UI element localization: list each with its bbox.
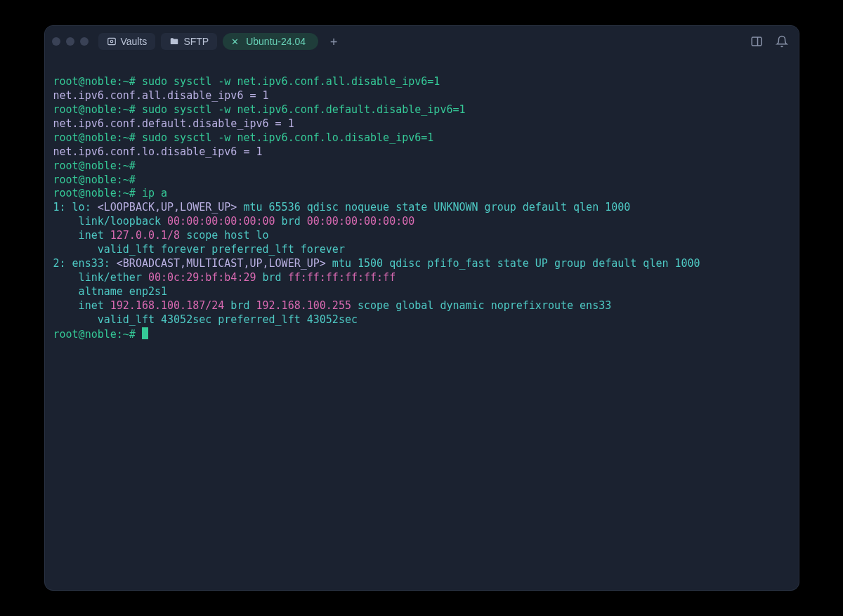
ip-line: mtu 1500 qdisc pfifo_fast state UP group…: [326, 257, 700, 270]
ip-flags: <BROADCAST,MULTICAST,UP,LOWER_UP>: [117, 257, 326, 270]
bell-icon: [776, 35, 788, 48]
prompt: root@noble:~#: [53, 75, 136, 88]
svg-rect-0: [107, 38, 115, 44]
ip-line: scope host lo: [180, 229, 268, 242]
vaults-label: Vaults: [121, 36, 148, 47]
ip-line: mtu 65536 qdisc noqueue state UNKNOWN gr…: [237, 201, 630, 214]
ip-addr: 127.0.0.1/8: [110, 229, 180, 242]
sftp-label: SFTP: [183, 36, 209, 47]
output-line: net.ipv6.conf.default.disable_ipv6 = 1: [53, 117, 294, 130]
mac-addr: 00:00:00:00:00:00: [167, 215, 275, 228]
vaults-button[interactable]: Vaults: [98, 33, 156, 50]
tab-ubuntu[interactable]: ✕ Ubuntu-24.04: [223, 33, 318, 50]
prompt: root@noble:~#: [53, 187, 136, 199]
sftp-button[interactable]: SFTP: [161, 33, 217, 50]
ip-line: altname enp2s1: [53, 285, 168, 298]
svg-rect-2: [752, 37, 762, 46]
ip-line: link/ether: [53, 271, 148, 284]
prompt: root@noble:~#: [53, 103, 136, 116]
svg-point-1: [110, 40, 113, 43]
new-tab-button[interactable]: +: [324, 32, 344, 51]
terminal-content[interactable]: root@noble:~# sudo sysctl -w net.ipv6.co…: [45, 57, 799, 590]
ip-line: link/loopback: [53, 215, 168, 228]
cmd-line: ip a: [136, 187, 167, 199]
prompt: root@noble:~#: [53, 159, 136, 172]
folder-icon: [169, 37, 179, 46]
panel-toggle-button[interactable]: [747, 32, 766, 51]
ip-line: inet: [53, 229, 110, 242]
ip-line: brd: [256, 271, 288, 284]
ip-addr: 192.168.100.255: [256, 299, 351, 312]
minimize-window-button[interactable]: [66, 37, 74, 46]
window-controls: [52, 37, 89, 46]
titlebar: Vaults SFTP ✕ Ubuntu-24.04 +: [45, 26, 799, 57]
ip-line: valid_lft forever preferred_lft forever: [53, 243, 345, 256]
zoom-window-button[interactable]: [80, 37, 89, 46]
ip-line: scope global dynamic noprefixroute ens33: [351, 299, 611, 312]
mac-addr: 00:00:00:00:00:00: [307, 215, 415, 228]
cmd-line: sudo sysctl -w net.ipv6.conf.all.disable…: [136, 75, 440, 88]
cmd-line: [136, 173, 142, 186]
ip-line: valid_lft 43052sec preferred_lft 43052se…: [53, 313, 358, 326]
ip-addr: 192.168.100.187/24: [110, 299, 225, 312]
cursor: [142, 327, 148, 339]
output-line: net.ipv6.conf.lo.disable_ipv6 = 1: [53, 145, 263, 158]
terminal-window: Vaults SFTP ✕ Ubuntu-24.04 +: [44, 25, 799, 591]
ip-line: 2: ens33:: [53, 257, 117, 270]
cmd-line: [136, 159, 142, 172]
vault-icon: [107, 37, 117, 46]
panel-icon: [750, 35, 763, 48]
prompt: root@noble:~#: [53, 173, 136, 186]
close-tab-icon[interactable]: ✕: [231, 37, 239, 47]
plus-icon: +: [330, 34, 337, 48]
ip-flags: <LOOPBACK,UP,LOWER_UP>: [98, 201, 237, 214]
ip-line: brd: [224, 299, 256, 312]
prompt: root@noble:~#: [53, 328, 136, 341]
cmd-line: sudo sysctl -w net.ipv6.conf.default.dis…: [136, 103, 466, 116]
prompt: root@noble:~#: [53, 131, 136, 144]
mac-addr: ff:ff:ff:ff:ff:ff: [288, 271, 396, 284]
notifications-button[interactable]: [772, 32, 792, 51]
close-window-button[interactable]: [52, 37, 60, 46]
ip-line: inet: [53, 299, 110, 312]
ip-line: brd: [275, 215, 307, 228]
ip-line: 1: lo:: [53, 201, 98, 214]
tab-label: Ubuntu-24.04: [246, 36, 306, 47]
mac-addr: 00:0c:29:bf:b4:29: [148, 271, 256, 284]
output-line: net.ipv6.conf.all.disable_ipv6 = 1: [53, 89, 269, 102]
cmd-line: sudo sysctl -w net.ipv6.conf.lo.disable_…: [136, 131, 433, 144]
